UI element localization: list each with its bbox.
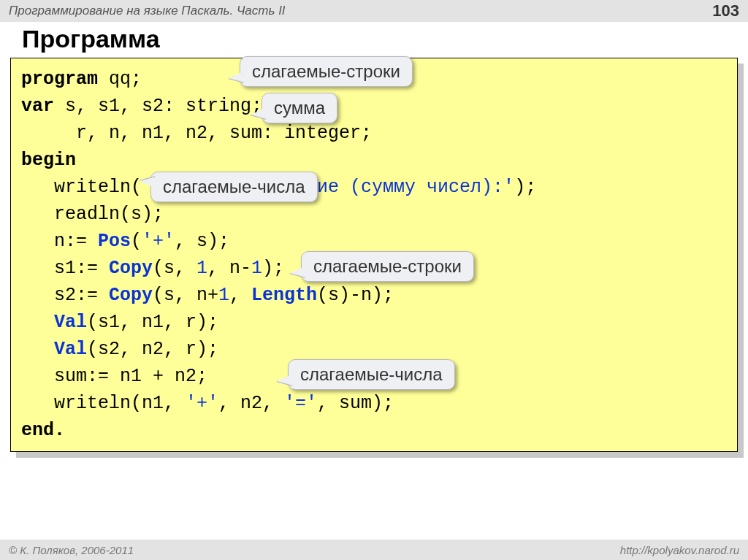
- callout-tail-icon: [229, 71, 245, 83]
- footer-url: http://kpolyakov.narod.ru: [620, 544, 739, 556]
- callout-tail-icon: [140, 177, 156, 188]
- callout-addends-strings-2: слагаемые-строки: [301, 251, 474, 282]
- callout-tail-icon: [251, 107, 267, 119]
- callout-sum: сумма: [262, 93, 337, 123]
- callout-tail-icon: [290, 266, 306, 277]
- header-title: Программирование на языке Паскаль. Часть…: [9, 4, 286, 18]
- slide-title: Программа: [0, 22, 748, 58]
- footer-copyright: © К. Поляков, 2006-2011: [9, 544, 134, 556]
- callout-tail-icon: [277, 374, 293, 386]
- footer-bar: © К. Поляков, 2006-2011 http://kpolyakov…: [0, 540, 748, 560]
- callout-label: слагаемые-строки: [252, 61, 400, 81]
- callout-label: сумма: [274, 98, 325, 118]
- callout-label: слагаемые-строки: [313, 256, 462, 276]
- callout-addends-strings-1: слагаемые-строки: [240, 56, 413, 87]
- code-block: program qq; var s, s1, s2: string; r, n,…: [10, 58, 738, 452]
- callout-label: слагаемые-числа: [300, 364, 443, 384]
- callout-label: слагаемые-числа: [163, 177, 305, 196]
- callout-addends-numbers-1: слагаемые-числа: [150, 172, 318, 202]
- callout-addends-numbers-2: слагаемые-числа: [288, 359, 455, 390]
- page-number: 103: [712, 1, 739, 20]
- header-bar: Программирование на языке Паскаль. Часть…: [0, 0, 748, 22]
